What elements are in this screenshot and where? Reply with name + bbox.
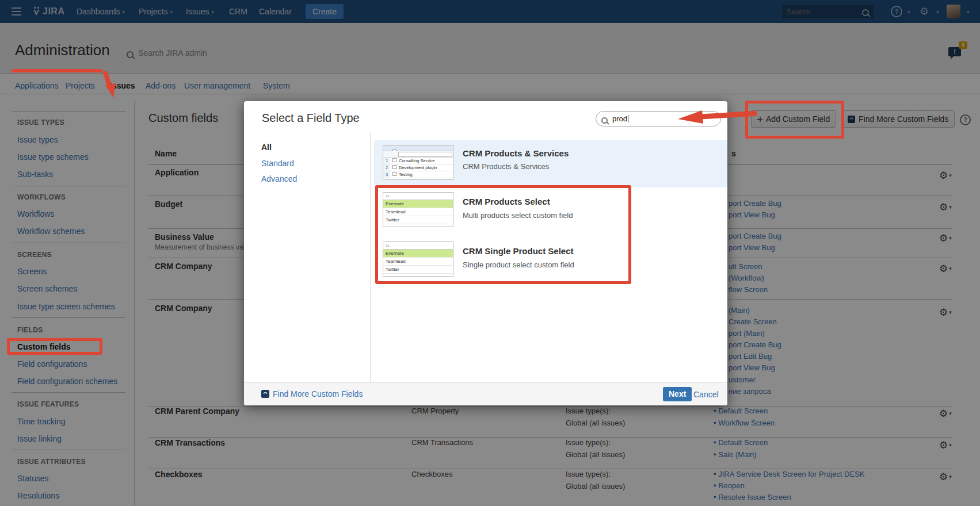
next-button[interactable]: Next: [663, 387, 692, 401]
field-type-title[interactable]: CRM Products & Services: [463, 148, 569, 158]
search-icon: [601, 116, 608, 126]
marketplace-icon: [261, 390, 269, 400]
dialog-footer: Find More Custom Fields Next Cancel: [244, 382, 727, 405]
annotation-box-product-select-options: [375, 185, 631, 284]
field-type-thumbnail: 1Consulting Service 2Development plugin …: [383, 145, 453, 180]
modal-nav-divider: [370, 132, 371, 382]
jira-admin-page: JIRA Dashboards▾ Projects▾ Issues▾ CRM C…: [0, 0, 980, 506]
filter-standard[interactable]: Standard: [261, 159, 294, 168]
filter-all[interactable]: All: [261, 143, 272, 152]
dialog-title: Select a Field Type: [262, 112, 360, 125]
annotation-underline-administration: [12, 69, 102, 72]
annotation-box-add-custom-field: [745, 101, 844, 139]
text-cursor: [628, 115, 628, 122]
annotation-box-custom-fields: [7, 338, 102, 355]
field-type-description: CRM Products & Services: [463, 162, 549, 171]
field-type-search-input[interactable]: prod: [596, 111, 721, 126]
cancel-button[interactable]: Cancel: [693, 390, 719, 399]
filter-advanced[interactable]: Advanced: [261, 174, 297, 183]
find-more-custom-fields-link[interactable]: Find More Custom Fields: [273, 389, 363, 398]
